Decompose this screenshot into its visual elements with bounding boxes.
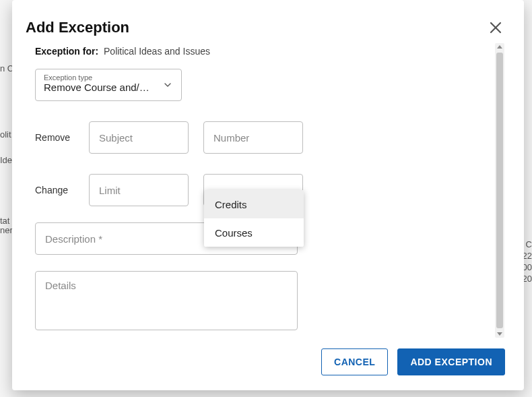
change-type-dropdown: Credits Courses [204,190,304,247]
exception-type-select[interactable]: Exception type Remove Course and/… [35,69,182,101]
modal-body: Exception for: Political Ideas and Issue… [35,42,493,339]
bg-fragment: tat [0,216,9,226]
bg-fragment: Ide [0,155,12,165]
number-input[interactable]: Number [203,121,303,154]
modal-footer: Cancel Add Exception [12,339,524,390]
cancel-button[interactable]: Cancel [321,348,388,375]
details-textarea[interactable]: Details [35,271,298,330]
exception-for-label: Exception for: [35,46,98,57]
exception-type-value: Remove Course and/… [44,82,154,93]
dropdown-option-courses[interactable]: Courses [204,218,304,247]
limit-input[interactable]: Limit [89,174,189,206]
modal-header: Add Exception [12,0,524,42]
exception-type-label: Exception type [44,73,154,82]
bg-fragment: ner [0,225,13,235]
limit-placeholder: Limit [99,185,121,196]
scroll-thumb[interactable] [496,53,503,328]
description-placeholder: Description * [45,233,102,245]
dropdown-option-credits[interactable]: Credits [204,190,304,218]
add-exception-modal: Add Exception Exception for: Political I… [12,0,524,390]
exception-for-value: Political Ideas and Issues [104,46,210,57]
change-label: Change [35,185,74,195]
number-placeholder: Number [213,132,249,144]
remove-label: Remove [35,132,74,143]
modal-title: Add Exception [26,19,129,36]
bg-fragment: olit [0,129,11,140]
exception-for-row: Exception for: Political Ideas and Issue… [35,46,493,57]
add-exception-button[interactable]: Add Exception [397,348,505,375]
chevron-down-icon [162,80,173,90]
remove-row: Remove Subject Number [35,121,493,154]
subject-placeholder: Subject [99,132,133,144]
modal-body-wrap: Exception for: Political Ideas and Issue… [12,42,524,339]
bg-fragment: C [526,239,532,249]
subject-input[interactable]: Subject [89,121,189,154]
details-placeholder: Details [45,280,76,291]
scrollbar[interactable] [495,43,504,338]
close-icon[interactable] [488,20,504,36]
